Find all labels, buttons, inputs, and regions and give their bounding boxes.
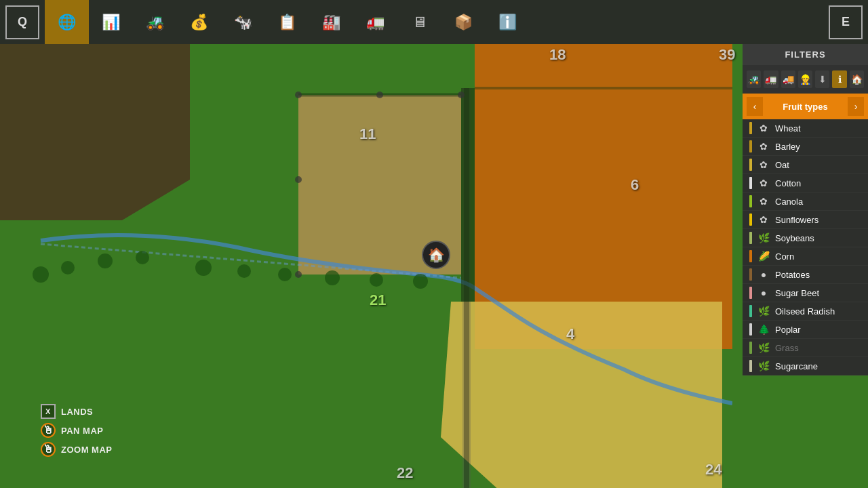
fruit-icon-corn: 🌽 (757, 251, 770, 262)
fruit-types-label: Fruit types (763, 102, 848, 112)
animals-icon: 🐄 (234, 14, 252, 31)
fruit-item-poplar[interactable]: 🌲Poplar (743, 321, 868, 339)
fruit-icon-cotton: ✿ (757, 178, 770, 188)
fruit-item-canola[interactable]: ✿Canola (743, 192, 868, 211)
svg-point-15 (237, 264, 251, 278)
svg-point-19 (413, 274, 428, 289)
svg-point-26 (295, 176, 302, 183)
fruit-item-sugarcane[interactable]: 🌿Sugarcane (743, 357, 868, 375)
fruit-item-corn[interactable]: 🌽Corn (743, 247, 868, 266)
filter-tractor[interactable]: 🚜 (747, 70, 761, 88)
legend-key-pan: 🖱 (41, 423, 56, 438)
fruit-icon-wheat: ✿ (757, 123, 770, 134)
fruit-name-sunflowers: Sunflowers (775, 215, 818, 225)
svg-point-10 (33, 266, 49, 283)
svg-marker-1 (0, 44, 190, 220)
fruit-name-sugar-beet: Sugar Beet (775, 288, 819, 298)
money-icon: 💰 (190, 14, 208, 31)
svg-point-16 (278, 268, 292, 281)
fruit-icon-sunflowers: ✿ (757, 214, 770, 225)
monitor-button[interactable]: 🖥 (397, 0, 441, 44)
fruit-item-sunflowers[interactable]: ✿Sunflowers (743, 211, 868, 229)
fruit-icon-potatoes: ● (757, 269, 770, 280)
fruit-icon-grass: 🌿 (757, 342, 770, 353)
fruit-item-oat[interactable]: ✿Oat (743, 156, 868, 174)
vehicles2-button[interactable]: 🚛 (353, 0, 397, 44)
filter-download[interactable]: ⬇ (815, 70, 829, 88)
e-button[interactable]: E (829, 5, 863, 39)
statistics-button[interactable]: 📊 (89, 0, 133, 44)
fruit-item-oilseed-radish[interactable]: 🌿Oilseed Radish (743, 302, 868, 321)
svg-point-12 (98, 253, 113, 268)
info-icon: ℹ️ (498, 14, 517, 31)
chart-icon: 📊 (102, 14, 120, 31)
fruit-item-soybeans[interactable]: 🌿Soybeans (743, 229, 868, 247)
fruit-name-poplar: Poplar (775, 325, 801, 335)
legend-key-lands: X (41, 404, 56, 419)
filter-trailer[interactable]: 🚚 (781, 70, 795, 88)
filters-title: FILTERS (743, 44, 868, 65)
globe-icon: 🌐 (58, 14, 76, 31)
fruit-name-potatoes: Potatoes (775, 270, 810, 280)
legend-pan: 🖱 PAN MAP (41, 423, 113, 438)
fruit-icon-sugar-beet: ● (757, 287, 770, 298)
legend-label-zoom: ZOOM MAP (61, 445, 113, 455)
fruit-item-wheat[interactable]: ✿Wheat (743, 119, 868, 138)
fruit-name-oilseed-radish: Oilseed Radish (775, 306, 835, 317)
svg-point-24 (376, 92, 383, 98)
fruit-icon-canola: ✿ (757, 196, 770, 207)
fruit-icon-barley: ✿ (757, 141, 770, 152)
fruit-name-barley: Barley (775, 142, 800, 152)
productions-icon: 🏭 (322, 14, 340, 31)
filter-icons-row: 🚜 🚛 🚚 👷 ⬇ ℹ 🏠 (743, 65, 868, 94)
svg-point-23 (295, 92, 302, 98)
map-button[interactable]: 🌐 (45, 0, 89, 44)
svg-point-11 (61, 261, 75, 274)
fruit-item-sugar-beet[interactable]: ●Sugar Beet (743, 284, 868, 302)
fruit-item-potatoes[interactable]: ●Potatoes (743, 266, 868, 284)
monitor-icon: 🖥 (412, 14, 427, 31)
svg-point-27 (295, 271, 302, 278)
animals-button[interactable]: 🐄 (221, 0, 265, 44)
fruit-item-cotton[interactable]: ✿Cotton (743, 174, 868, 192)
storage-button[interactable]: 📦 (441, 0, 486, 44)
legend-label-lands: LANDS (61, 407, 93, 417)
filter-home[interactable]: 🏠 (850, 70, 864, 88)
fruit-name-corn: Corn (775, 251, 794, 262)
bottom-legend: X LANDS 🖱 PAN MAP 🖱 ZOOM MAP (41, 404, 113, 461)
productions-button[interactable]: 🏭 (309, 0, 353, 44)
contracts-button[interactable]: 📋 (265, 0, 309, 44)
contracts-icon: 📋 (278, 14, 296, 31)
fruit-list: ✿Wheat✿Barley✿Oat✿Cotton✿Canola✿Sunflowe… (743, 119, 868, 375)
tractor-icon: 🚜 (146, 14, 164, 31)
vehicles-button[interactable]: 🚜 (133, 0, 177, 44)
vehicles2-icon: 🚛 (366, 14, 384, 31)
home-marker: 🏠 (422, 241, 450, 269)
filter-info[interactable]: ℹ (832, 70, 846, 88)
legend-label-pan: PAN MAP (61, 426, 103, 436)
svg-point-14 (195, 260, 212, 276)
nav-next-arrow[interactable]: › (848, 97, 864, 116)
legend-zoom: 🖱 ZOOM MAP (41, 442, 113, 457)
fruit-icon-poplar: 🌲 (757, 324, 770, 335)
fruit-icon-oat: ✿ (757, 159, 770, 170)
q-button[interactable]: Q (5, 5, 39, 39)
svg-marker-20 (461, 88, 475, 302)
fruit-item-barley[interactable]: ✿Barley (743, 138, 868, 156)
fruit-name-wheat: Wheat (775, 123, 801, 134)
svg-point-25 (458, 92, 465, 98)
filter-worker[interactable]: 👷 (798, 70, 812, 88)
fruit-name-cotton: Cotton (775, 178, 801, 188)
nav-prev-arrow[interactable]: ‹ (747, 97, 763, 116)
fruit-types-header: ‹ Fruit types › (743, 94, 868, 119)
fruit-item-grass[interactable]: 🌿Grass (743, 339, 868, 357)
svg-marker-4 (441, 302, 722, 488)
filter-truck[interactable]: 🚛 (764, 70, 778, 88)
legend-key-zoom: 🖱 (41, 442, 56, 457)
finances-button[interactable]: 💰 (177, 0, 221, 44)
info-button[interactable]: ℹ️ (486, 0, 530, 44)
storage-icon: 📦 (454, 14, 473, 31)
fruit-name-canola: Canola (775, 197, 803, 207)
filters-panel: FILTERS 🚜 🚛 🚚 👷 ⬇ ℹ 🏠 ‹ Fruit types › ✿W… (743, 44, 868, 375)
fruit-name-oat: Oat (775, 160, 789, 170)
